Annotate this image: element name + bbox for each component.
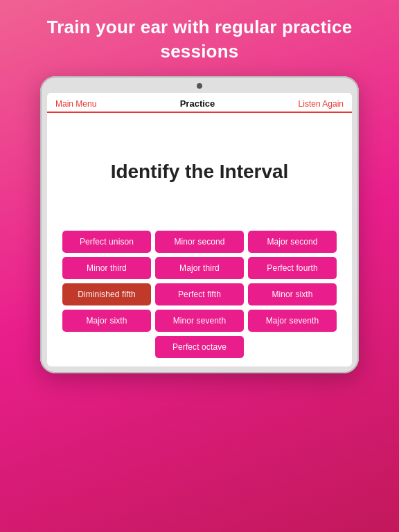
button-row-0: Perfect unisonMinor secondMajor second xyxy=(62,231,337,253)
main-menu-button[interactable]: Main Menu xyxy=(55,99,96,109)
interval-button[interactable]: Major third xyxy=(155,257,244,279)
interval-button[interactable]: Perfect octave xyxy=(155,336,244,358)
identify-prompt: Identify the Interval xyxy=(111,161,289,183)
listen-again-button[interactable]: Listen Again xyxy=(299,99,344,109)
interval-button[interactable]: Major sixth xyxy=(62,310,151,332)
main-content: Identify the Interval xyxy=(47,113,352,224)
interval-button[interactable]: Perfect fifth xyxy=(155,283,244,305)
device: Main Menu Practice Listen Again Identify… xyxy=(40,76,359,373)
interval-button[interactable]: Minor second xyxy=(155,231,244,253)
interval-button[interactable]: Perfect unison xyxy=(62,231,151,253)
headline: Train your ear with regular practice ses… xyxy=(0,0,399,76)
camera xyxy=(197,83,202,89)
interval-button[interactable]: Major seventh xyxy=(248,310,337,332)
button-row-1: Minor thirdMajor thirdPerfect fourth xyxy=(62,257,337,279)
interval-button[interactable]: Major second xyxy=(248,231,337,253)
interval-buttons-area: Perfect unisonMinor secondMajor secondMi… xyxy=(47,224,352,366)
nav-bar: Main Menu Practice Listen Again xyxy=(47,93,352,112)
interval-button[interactable]: Minor sixth xyxy=(248,283,337,305)
button-row-2: Diminished fifthPerfect fifthMinor sixth xyxy=(62,283,337,305)
interval-button[interactable]: Diminished fifth xyxy=(62,283,151,305)
button-row-4: Perfect octave xyxy=(155,336,244,358)
interval-button[interactable]: Minor third xyxy=(62,257,151,279)
nav-title: Practice xyxy=(180,98,215,109)
button-row-3: Major sixthMinor seventhMajor seventh xyxy=(62,310,337,332)
interval-button[interactable]: Perfect fourth xyxy=(248,257,337,279)
screen: Main Menu Practice Listen Again Identify… xyxy=(47,93,352,366)
interval-button[interactable]: Minor seventh xyxy=(155,310,244,332)
